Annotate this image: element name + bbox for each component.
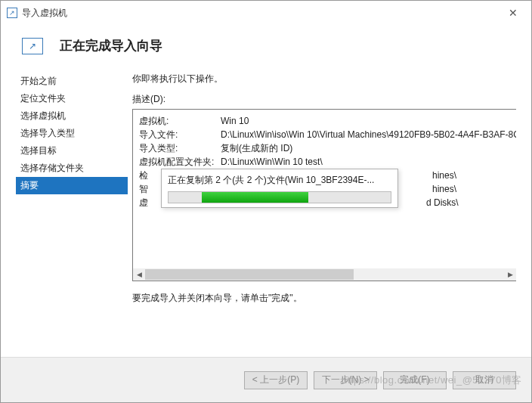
finish-hint: 要完成导入并关闭本向导，请单击"完成"。: [132, 292, 516, 305]
wizard-icon: ↗: [22, 38, 43, 54]
scroll-left-icon[interactable]: ◀: [133, 268, 145, 281]
page-title: 正在完成导入向导: [60, 37, 162, 54]
progress-dialog: 正在复制第 2 个(共 2 个)文件(Win 10_3BF2394E-...: [161, 169, 398, 208]
sidebar-item-locate[interactable]: 定位文件夹: [16, 90, 128, 107]
scroll-right-icon[interactable]: ▶: [504, 268, 516, 281]
cancel-button[interactable]: 取消: [453, 371, 516, 389]
sidebar-item-import-type[interactable]: 选择导入类型: [16, 125, 128, 142]
wizard-steps-sidebar: 开始之前 定位文件夹 选择虚拟机 选择导入类型 选择目标 选择存储文件夹 摘要: [16, 73, 128, 345]
window-title: 导入虚拟机: [22, 7, 67, 20]
horizontal-scrollbar[interactable]: ◀ ▶: [133, 268, 516, 281]
description-label: 描述(D):: [132, 93, 516, 106]
prev-button[interactable]: < 上一步(P): [244, 371, 308, 389]
detail-row: 导入类型:复制(生成新的 ID): [139, 141, 510, 155]
sidebar-item-summary[interactable]: 摘要: [16, 177, 128, 194]
detail-row: 导入文件:D:\Linux\Win\iso\Win 10\Virtual Mac…: [139, 128, 510, 141]
scrollbar-thumb[interactable]: [145, 269, 354, 280]
finish-button[interactable]: 完成(F): [383, 371, 447, 389]
close-button[interactable]: ✕: [498, 2, 528, 23]
sidebar-item-storage[interactable]: 选择存储文件夹: [16, 160, 128, 177]
sidebar-item-start[interactable]: 开始之前: [16, 73, 128, 90]
next-button[interactable]: 下一步(N) >: [314, 371, 377, 389]
intro-text: 你即将执行以下操作。: [132, 73, 516, 85]
detail-row: 虚拟机:Win 10: [139, 114, 510, 128]
progress-bar: [168, 191, 391, 203]
progress-fill: [202, 192, 308, 203]
sidebar-item-select-vm[interactable]: 选择虚拟机: [16, 107, 128, 125]
sidebar-item-target[interactable]: 选择目标: [16, 142, 128, 160]
app-icon: ↗: [7, 8, 17, 18]
close-icon: ✕: [509, 7, 518, 19]
progress-text: 正在复制第 2 个(共 2 个)文件(Win 10_3BF2394E-...: [168, 174, 391, 187]
detail-row: 虚拟机配置文件夹:D:\Linux\Win\Win 10 test\: [139, 155, 510, 169]
